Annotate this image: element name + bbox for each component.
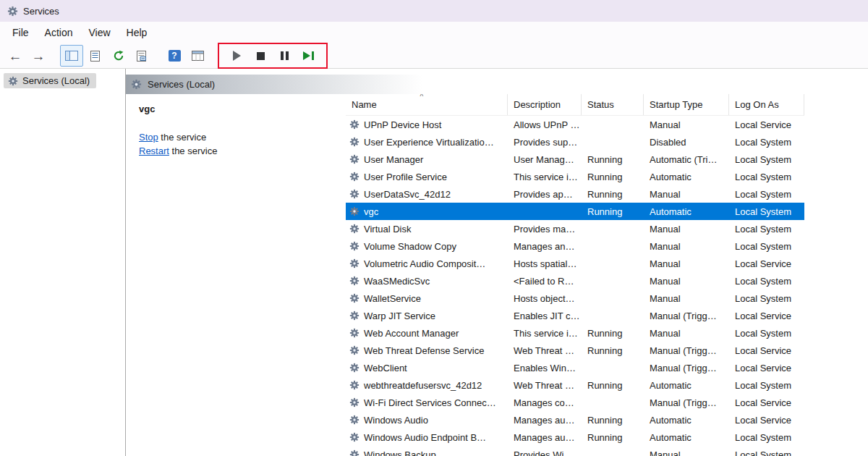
column-header-description[interactable]: Description	[508, 94, 582, 115]
toolbar: ← → ?	[0, 43, 868, 69]
service-action-line: Stop the service	[139, 130, 333, 144]
service-gear-icon	[349, 328, 359, 338]
forward-button[interactable]: →	[27, 46, 49, 66]
service-gear-icon	[349, 172, 359, 182]
start-service-button[interactable]	[226, 46, 247, 66]
forward-arrow-icon: →	[32, 49, 46, 63]
service-description-cell: Web Threat …	[508, 380, 582, 391]
service-row-web-account-manager[interactable]: Web Account ManagerThis service i…Runnin…	[346, 324, 804, 342]
service-name-text: Web Threat Defense Service	[364, 345, 484, 356]
service-name-cell: User Experience Virtualizatio…	[346, 137, 508, 148]
column-header-log-on-as[interactable]: Log On As	[729, 94, 804, 115]
service-row-webclient[interactable]: WebClientEnables Win…Manual (Trigg…Local…	[346, 359, 804, 376]
view-table-icon	[192, 51, 204, 61]
service-log-on-as-cell: Local System	[729, 241, 804, 252]
restart-icon	[303, 51, 314, 60]
service-gear-icon	[349, 154, 359, 164]
service-row-user-profile-service[interactable]: User Profile ServiceThis service i…Runni…	[346, 168, 804, 185]
service-name-text: Volume Shadow Copy	[364, 241, 456, 252]
service-row-windows-audio-endpoint-b[interactable]: Windows Audio Endpoint B…Manages au…Runn…	[346, 428, 804, 446]
service-log-on-as-cell: Local Service	[729, 258, 804, 269]
service-name-cell: User Profile Service	[346, 172, 508, 182]
service-row-virtual-disk[interactable]: Virtual DiskProvides ma…ManualLocal Syst…	[346, 220, 804, 237]
service-row-wi-fi-direct-services-connec[interactable]: Wi-Fi Direct Services Connec…Manages co……	[346, 394, 804, 411]
service-startup-type-cell: Manual	[644, 241, 729, 252]
column-header-status[interactable]: Status	[582, 94, 644, 115]
menu-item-help[interactable]: Help	[119, 24, 156, 41]
service-description-cell: Manages au…	[508, 432, 582, 443]
service-row-walletservice[interactable]: WalletServiceHosts object…ManualLocal Sy…	[346, 290, 804, 307]
service-startup-type-cell: Manual (Trigg…	[644, 345, 729, 356]
service-name-cell: Wi-Fi Direct Services Connec…	[346, 397, 508, 408]
list-header: Name^DescriptionStatusStartup TypeLog On…	[346, 94, 804, 116]
extended-info-panel: vgc Stop the serviceRestart the service	[126, 94, 346, 456]
service-gear-icon	[349, 449, 359, 456]
stop-service-link[interactable]: Stop	[139, 132, 158, 143]
show-console-tree-button[interactable]	[60, 45, 83, 67]
service-status-cell: Running	[582, 345, 644, 356]
service-log-on-as-cell: Local System	[729, 189, 804, 200]
service-row-upnp-device-host[interactable]: UPnP Device HostAllows UPnP …ManualLocal…	[346, 116, 804, 133]
pause-service-button[interactable]	[274, 46, 295, 66]
service-startup-type-cell: Manual	[644, 449, 729, 456]
column-header-startup-type[interactable]: Startup Type	[644, 94, 729, 115]
service-name-cell: Volume Shadow Copy	[346, 241, 508, 252]
service-row-userdatasvc-42d12[interactable]: UserDataSvc_42d12Provides ap…RunningManu…	[346, 185, 804, 203]
service-row-volumetric-audio-composit[interactable]: Volumetric Audio Composit…Hosts spatial……	[346, 255, 804, 272]
service-name-text: UserDataSvc_42d12	[364, 189, 451, 200]
service-row-warp-jit-service[interactable]: Warp JIT ServiceEnables JIT c…Manual (Tr…	[346, 307, 804, 324]
service-name-cell: WaaSMedicSvc	[346, 276, 508, 287]
service-description-cell: Hosts object…	[508, 293, 582, 304]
service-log-on-as-cell: Local System	[729, 276, 804, 287]
service-description-cell: Enables Win…	[508, 363, 582, 373]
service-name-text: User Manager	[364, 154, 423, 165]
service-row-windows-backup[interactable]: Windows BackupProvides Wi…ManualLocal Sy…	[346, 446, 804, 456]
service-name-text: UPnP Device Host	[364, 119, 441, 130]
service-row-vgc[interactable]: vgcRunningAutomaticLocal System	[346, 203, 804, 220]
menu-bar: FileActionViewHelp	[0, 22, 868, 43]
stop-service-button[interactable]	[250, 46, 271, 66]
restart-service-button[interactable]	[298, 46, 319, 66]
service-name-cell: Warp JIT Service	[346, 311, 508, 321]
service-description-cell: Manages co…	[508, 397, 582, 408]
back-button[interactable]: ←	[4, 46, 26, 66]
menu-item-action[interactable]: Action	[37, 24, 81, 41]
service-gear-icon	[349, 258, 359, 269]
tree-item-services-local[interactable]: Services (Local)	[4, 73, 96, 88]
help-button[interactable]: ?	[163, 46, 185, 66]
service-startup-type-cell: Manual (Trigg…	[644, 363, 729, 373]
service-row-webthreatdefusersvc-42d12[interactable]: webthreatdefusersvc_42d12Web Threat …Run…	[346, 376, 804, 394]
service-row-windows-audio[interactable]: Windows AudioManages au…RunningAutomatic…	[346, 411, 804, 428]
help-icon: ?	[169, 50, 181, 62]
service-gear-icon	[349, 119, 359, 130]
service-name-cell: Windows Audio Endpoint B…	[346, 432, 508, 443]
service-log-on-as-cell: Local System	[729, 154, 804, 165]
service-name-text: WalletService	[364, 293, 421, 304]
service-row-user-manager[interactable]: User ManagerUser Manag…RunningAutomatic …	[346, 151, 804, 168]
tree-item-label: Services (Local)	[22, 75, 90, 86]
service-status-cell: Running	[582, 154, 644, 165]
service-gear-icon	[349, 189, 359, 199]
service-status-cell: Running	[582, 189, 644, 200]
menu-item-file[interactable]: File	[4, 24, 37, 41]
restart-service-link[interactable]: Restart	[139, 145, 169, 156]
export-list-button[interactable]	[131, 46, 153, 66]
service-startup-type-cell: Manual	[644, 224, 729, 235]
service-row-waasmedicsvc[interactable]: WaaSMedicSvc<Failed to R…ManualLocal Sys…	[346, 272, 804, 290]
service-name-cell: WebClient	[346, 363, 508, 373]
selected-service-name: vgc	[139, 104, 333, 114]
pane-header-gear-icon	[131, 79, 142, 90]
console-tree-panel: Services (Local)	[0, 69, 126, 456]
service-row-volume-shadow-copy[interactable]: Volume Shadow CopyManages an…ManualLocal…	[346, 237, 804, 255]
column-header-name[interactable]: Name^	[346, 94, 508, 115]
service-row-web-threat-defense-service[interactable]: Web Threat Defense ServiceWeb Threat …Ru…	[346, 342, 804, 359]
menu-item-view[interactable]: View	[80, 24, 118, 41]
properties-icon	[90, 51, 101, 62]
refresh-button[interactable]	[108, 46, 129, 66]
service-gear-icon	[349, 293, 359, 303]
view-button[interactable]	[187, 46, 208, 66]
service-startup-type-cell: Disabled	[644, 137, 729, 148]
service-row-user-experience-virtualizatio[interactable]: User Experience Virtualizatio…Provides s…	[346, 133, 804, 151]
properties-button[interactable]	[85, 46, 106, 66]
service-name-text: User Profile Service	[364, 172, 447, 182]
